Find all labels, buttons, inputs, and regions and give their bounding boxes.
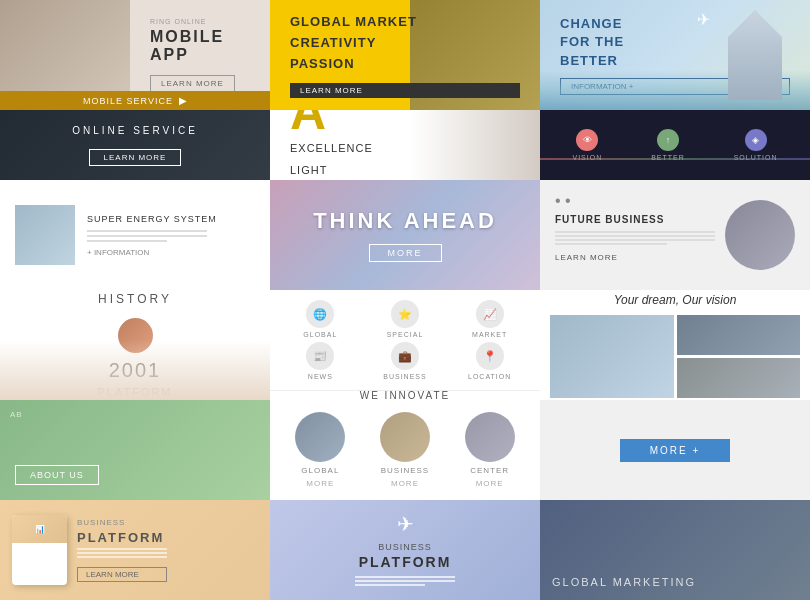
person-global-label: GLOBAL [301, 466, 339, 475]
mobile-service-text: MOBILE SERVICE [83, 96, 173, 106]
future-dots: • • [555, 192, 715, 210]
green-photo-cell: AB ABOUT US [0, 400, 270, 500]
we-innovate-bar: WE INNOVATE [270, 390, 540, 400]
think-ahead-cell: THINK AHEAD MORE [270, 180, 540, 290]
person-center-avatar [465, 412, 515, 462]
plane-icon: ✈ [397, 512, 414, 536]
icon-location: 📍 LOCATION [449, 342, 530, 380]
online-service-title: ONLINE SERVICE [72, 125, 198, 136]
dream-img-2 [550, 315, 674, 398]
business-icon: 💼 [391, 342, 419, 370]
global-marketing-cell: GLOBAL MARKETING [540, 500, 810, 600]
mobile-app-learn-btn[interactable]: LEARN MORE [150, 75, 235, 92]
blue-platform-lines [355, 576, 455, 588]
online-service-btn[interactable]: LEARN MORE [89, 149, 182, 166]
icon-global: 🌐 GLOBAL [280, 300, 361, 338]
about-btn[interactable]: ABOUT US [15, 465, 99, 485]
nav-solution: ◈ SOLUTION [734, 129, 778, 161]
platform-subtitle: BUSINESS [77, 518, 167, 527]
think-ahead-more-btn[interactable]: MORE [369, 244, 442, 262]
location-icon: 📍 [476, 342, 504, 370]
main-grid: RING ONLINE MOBILE APP LEARN MORE MOBILE… [0, 0, 810, 600]
platform-btn[interactable]: LEARN MORE [77, 567, 167, 582]
icon-special: ⭐ SPECIAL [365, 300, 446, 338]
dream-title: Your dream, Our vision [614, 293, 737, 307]
future-title: FUTURE BUSINESS [555, 214, 715, 225]
history-bg [0, 340, 270, 400]
more-btn-cell: MORE + [540, 400, 810, 500]
change-better-cell: ✈ CHANGE FOR THE BETTER INFORMATION + [540, 0, 810, 110]
news-label: NEWS [308, 373, 333, 380]
global-icon: 🌐 [306, 300, 334, 328]
service-icon: ▶ [179, 95, 187, 106]
dream-images [550, 315, 800, 398]
market-label: MARKET [472, 331, 507, 338]
super-energy-cell: SUPER ENERGY SYSTEM + INFORMATION [0, 180, 270, 290]
people-row-cell: GLOBAL MORE BUSINESS MORE CENTER MORE [270, 400, 540, 500]
global-market-btn[interactable]: LEARN MORE [290, 83, 520, 98]
we-innovate-text: WE INNOVATE [360, 390, 451, 400]
better-circle: ↑ [657, 129, 679, 151]
nav-vision: 👁 VISION [572, 129, 602, 161]
icon-business: 💼 BUSINESS [365, 342, 446, 380]
business-label: BUSINESS [383, 373, 426, 380]
person-business-label: BUSINESS [381, 466, 429, 475]
person-background [410, 110, 540, 180]
special-icon: ⭐ [391, 300, 419, 328]
excellence-cell: A EXCELLENCE LIGHT BUSINESS [270, 110, 540, 180]
platform-title: PLATFORM [77, 530, 167, 545]
super-energy-title: SUPER ENERGY SYSTEM [87, 214, 217, 224]
solution-circle: ◈ [745, 129, 767, 151]
mobile-app-title: MOBILE APP [150, 28, 255, 64]
platform-tablet-cell: 📊 BUSINESS PLATFORM LEARN MORE [0, 500, 270, 600]
future-lines [555, 231, 715, 245]
person-business-more[interactable]: MORE [391, 479, 419, 488]
icon-market: 📈 MARKET [449, 300, 530, 338]
green-cell-label: AB [10, 410, 23, 419]
icons-section: 🌐 GLOBAL ⭐ SPECIAL 📈 MARKET 📰 NEWS 💼 BUS… [270, 290, 540, 400]
more-blue-button[interactable]: MORE + [620, 439, 731, 462]
person-center-label: CENTER [470, 466, 509, 475]
super-energy-info[interactable]: + INFORMATION [87, 248, 217, 257]
blue-platform-title: PLATFORM [359, 554, 452, 570]
market-icon: 📈 [476, 300, 504, 328]
online-service-cell: ONLINE SERVICE LEARN MORE [0, 110, 270, 180]
city-thumbnail [725, 200, 795, 270]
nav-better: ↑ BETTER [651, 129, 685, 161]
dream-img-3 [677, 358, 801, 398]
person-business: BUSINESS MORE [380, 412, 430, 488]
global-market-text: GLOBAL MARKET CREATIVITY PASSION [290, 12, 520, 74]
person-center-more[interactable]: MORE [476, 479, 504, 488]
think-ahead-title: THINK AHEAD [313, 208, 497, 234]
person-center: CENTER MORE [465, 412, 515, 488]
global-marketing-title: GLOBAL MARKETING [552, 576, 696, 588]
special-label: SPECIAL [387, 331, 424, 338]
global-market-cell: GLOBAL MARKET CREATIVITY PASSION LEARN M… [270, 0, 540, 110]
excellence-letter: A [290, 110, 373, 137]
vision-circle: 👁 [576, 129, 598, 151]
tablet-image: 📊 [12, 515, 67, 585]
icon-news: 📰 NEWS [280, 342, 361, 380]
mobile-app-cell: RING ONLINE MOBILE APP LEARN MORE MOBILE… [0, 0, 270, 110]
future-learn-link[interactable]: LEARN MORE [555, 253, 715, 262]
person-global-avatar [295, 412, 345, 462]
dream-cell: Your dream, Our vision [540, 290, 810, 400]
global-label: GLOBAL [303, 331, 337, 338]
icons-grid: 🌐 GLOBAL ⭐ SPECIAL 📈 MARKET 📰 NEWS 💼 BUS… [270, 290, 540, 390]
person-business-avatar [380, 412, 430, 462]
mobile-app-subtitle: RING ONLINE [150, 18, 255, 25]
dream-img-1 [677, 315, 801, 355]
nav-circles-row: 👁 VISION ↑ BETTER ◈ SOLUTION [540, 110, 810, 180]
super-energy-lines [87, 230, 217, 242]
history-cell: HISTORY 2001 PLATFORM [0, 290, 270, 400]
news-icon: 📰 [306, 342, 334, 370]
blue-platform-subtitle: BUSINESS [378, 542, 432, 552]
future-business-cell: • • FUTURE BUSINESS LEARN MORE [540, 180, 810, 290]
person-global: GLOBAL MORE [295, 412, 345, 488]
person-global-more[interactable]: MORE [306, 479, 334, 488]
excellence-text: EXCELLENCE LIGHT BUSINESS [290, 137, 373, 180]
platform-lines [77, 548, 167, 560]
location-label: LOCATION [468, 373, 511, 380]
airplane-icon: ✈ [697, 10, 710, 29]
history-title: HISTORY [98, 292, 172, 306]
